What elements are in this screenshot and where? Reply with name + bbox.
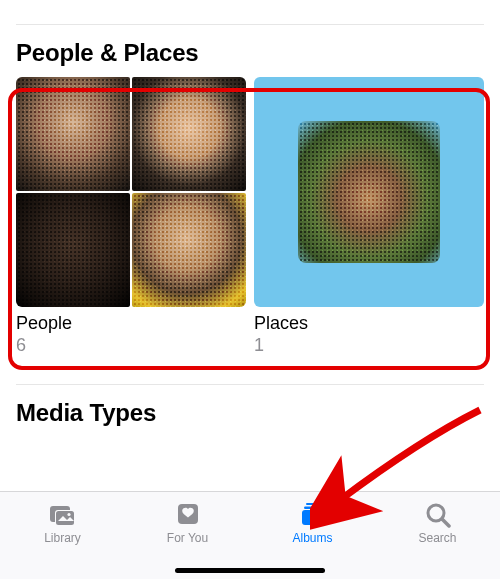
library-icon — [48, 500, 78, 528]
tab-bar: Library For You Albums Search — [0, 491, 500, 579]
tab-albums[interactable]: Albums — [250, 500, 375, 545]
album-title: People — [16, 313, 246, 335]
search-icon — [423, 500, 453, 528]
album-count: 6 — [16, 335, 246, 357]
tab-search[interactable]: Search — [375, 500, 500, 545]
people-thumbnail — [16, 77, 246, 307]
section-title-people-places: People & Places — [16, 39, 484, 67]
album-people[interactable]: People 6 — [16, 77, 246, 356]
album-places[interactable]: Places 1 — [254, 77, 484, 356]
section-title-media-types: Media Types — [16, 399, 484, 427]
albums-icon — [298, 500, 328, 528]
tab-label: For You — [167, 531, 208, 545]
people-places-row: People 6 Places 1 — [16, 77, 484, 356]
divider — [16, 24, 484, 25]
face-thumb — [132, 193, 246, 307]
face-thumb — [132, 77, 246, 191]
for-you-icon — [173, 500, 203, 528]
face-thumb — [16, 77, 130, 191]
svg-line-9 — [442, 519, 449, 526]
tab-label: Library — [44, 531, 81, 545]
svg-rect-5 — [306, 503, 320, 505]
tab-for-you[interactable]: For You — [125, 500, 250, 545]
svg-rect-6 — [304, 507, 322, 510]
tab-label: Search — [418, 531, 456, 545]
svg-point-3 — [67, 513, 70, 516]
tab-library[interactable]: Library — [0, 500, 125, 545]
face-thumb — [16, 193, 130, 307]
tab-label: Albums — [292, 531, 332, 545]
divider — [16, 384, 484, 385]
album-count: 1 — [254, 335, 484, 357]
places-cluster — [298, 121, 441, 264]
home-indicator — [175, 568, 325, 573]
places-thumbnail — [254, 77, 484, 307]
album-title: Places — [254, 313, 484, 335]
svg-rect-7 — [302, 510, 324, 525]
